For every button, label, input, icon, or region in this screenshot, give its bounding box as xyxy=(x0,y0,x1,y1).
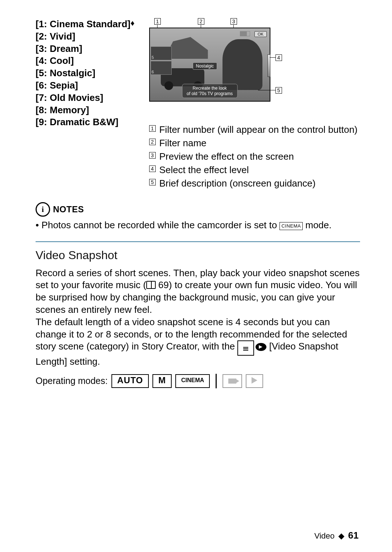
legend-4: Select the effect level xyxy=(159,164,249,176)
battery-icon xyxy=(240,31,250,36)
effect-level-slider[interactable] xyxy=(268,54,270,77)
filter-option-9: [9: Dramatic B&W] xyxy=(36,116,135,128)
operating-modes-label: Operating modes: xyxy=(36,376,108,386)
section-title: Video Snapshot xyxy=(36,249,360,262)
cinema-mode-chip: CINEMA xyxy=(279,222,303,230)
proceed-arrow-icon xyxy=(256,343,266,351)
play-icon xyxy=(252,377,257,384)
notes-section: i NOTES • Photos cannot be recorded whil… xyxy=(36,202,360,232)
callout-4: 4 xyxy=(275,54,282,61)
legend-3: Preview the effect on the screen xyxy=(159,150,294,163)
page-reference-icon xyxy=(146,281,156,289)
ok-button[interactable]: OK xyxy=(254,31,267,37)
info-icon: i xyxy=(36,202,50,217)
page-number: 61 xyxy=(348,530,359,541)
section-divider xyxy=(36,241,360,242)
mode-auto: AUTO xyxy=(111,374,149,388)
notes-heading: NOTES xyxy=(53,204,84,214)
section-paragraph-2: The default length of a video snapshot s… xyxy=(36,316,360,368)
footer-section: Video xyxy=(314,531,335,540)
preview-column: 1 2 3 OK 5 6 Nostalgic xyxy=(149,18,360,191)
manual-page: [1: Cinema Standard]♦ [2: Vivid] [3: Dre… xyxy=(0,0,392,552)
filter-option-2: [2: Vivid] xyxy=(36,30,135,43)
callout-1: 1 xyxy=(154,18,161,25)
notes-bullet: • Photos cannot be recorded while the ca… xyxy=(36,219,360,232)
callout-legend: 1Filter number (will appear on the contr… xyxy=(149,123,360,190)
legend-1: Filter number (will appear on the contro… xyxy=(159,123,358,136)
filter-option-4: [4: Cool] xyxy=(36,55,135,67)
filter-thumbnails[interactable]: 5 6 xyxy=(151,46,172,75)
mode-cinema: CINEMA xyxy=(175,374,210,388)
mode-camera-playback xyxy=(222,374,242,388)
preview-person xyxy=(222,39,262,90)
callout-2: 2 xyxy=(198,18,204,25)
filter-option-6: [6: Sepia] xyxy=(36,79,135,92)
filter-name-label: Nostalgic xyxy=(193,62,217,70)
top-row: [1: Cinema Standard]♦ [2: Vivid] [3: Dre… xyxy=(36,18,360,191)
callout-3: 3 xyxy=(230,18,237,25)
filter-option-1: [1: Cinema Standard]♦ xyxy=(36,18,135,30)
filter-option-5: [5: Nostalgic] xyxy=(36,67,135,79)
top-callouts: 1 2 3 xyxy=(152,18,360,27)
filter-option-7: [7: Old Movies] xyxy=(36,92,135,104)
filter-option-8: [8: Memory] xyxy=(36,104,135,116)
section-paragraph-1: Record a series of short scenes. Then, p… xyxy=(36,267,360,316)
cinema-look-filter-list: [1: Cinema Standard]♦ [2: Vivid] [3: Dre… xyxy=(36,18,135,128)
page-footer: Video ◆ 61 xyxy=(314,530,359,541)
filter-option-3: [3: Dream] xyxy=(36,43,135,55)
mode-divider xyxy=(216,374,217,388)
default-marker-icon: ♦ xyxy=(131,19,135,28)
preview-screen: OK 5 6 Nostalgic Recreate the look of ol… xyxy=(149,28,270,102)
callout-5: 5 xyxy=(275,87,282,94)
camera-icon xyxy=(228,379,236,384)
menu-icon xyxy=(237,340,254,356)
legend-2: Filter name xyxy=(159,137,207,150)
filter-description: Recreate the look of old '70s TV program… xyxy=(182,84,237,98)
legend-5: Brief description (onscreen guidance) xyxy=(159,177,316,190)
operating-modes-row: Operating modes: AUTO M CINEMA xyxy=(36,374,360,388)
mode-manual: M xyxy=(152,374,172,388)
mode-play xyxy=(246,374,263,388)
footer-separator-icon: ◆ xyxy=(338,531,344,540)
